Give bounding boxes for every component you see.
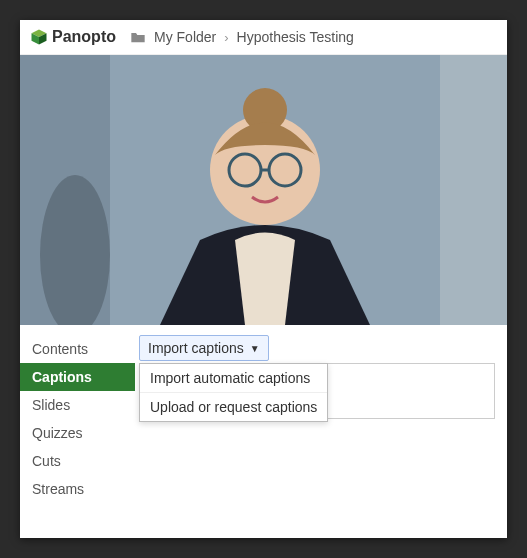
chevron-right-icon: › (224, 30, 228, 45)
video-preview[interactable] (20, 55, 507, 325)
video-frame-placeholder (20, 55, 507, 325)
sidebar-item-contents[interactable]: Contents (20, 335, 135, 363)
breadcrumb: My Folder › Hypothesis Testing (130, 29, 354, 45)
breadcrumb-folder[interactable]: My Folder (154, 29, 216, 45)
sidebar-item-label: Cuts (32, 453, 61, 469)
folder-icon (130, 30, 146, 44)
menu-item-import-automatic[interactable]: Import automatic captions (140, 364, 327, 393)
svg-rect-5 (440, 55, 507, 325)
breadcrumb-page[interactable]: Hypothesis Testing (237, 29, 354, 45)
sidebar-item-cuts[interactable]: Cuts (20, 447, 135, 475)
panopto-logo-icon (30, 28, 48, 46)
caption-text-area[interactable] (320, 363, 495, 419)
sidebar-item-label: Contents (32, 341, 88, 357)
app-window: Panopto My Folder › Hypothesis Testing (20, 20, 507, 538)
sidebar-item-label: Captions (32, 369, 92, 385)
import-captions-menu: Import automatic captions Upload or requ… (139, 363, 328, 422)
caret-down-icon: ▼ (250, 343, 260, 354)
menu-item-label: Upload or request captions (150, 399, 317, 415)
dropdown-label: Import captions (148, 340, 244, 356)
import-captions-dropdown[interactable]: Import captions ▼ (139, 335, 269, 361)
header-bar: Panopto My Folder › Hypothesis Testing (20, 20, 507, 55)
sidebar-item-label: Streams (32, 481, 84, 497)
sidebar-item-quizzes[interactable]: Quizzes (20, 419, 135, 447)
brand-name: Panopto (52, 28, 116, 46)
editor-lower-panel: Contents Captions Slides Quizzes Cuts St… (20, 325, 507, 513)
menu-item-label: Import automatic captions (150, 370, 310, 386)
sidebar-item-streams[interactable]: Streams (20, 475, 135, 503)
sidebar-item-label: Slides (32, 397, 70, 413)
sidebar-tabs: Contents Captions Slides Quizzes Cuts St… (20, 325, 135, 513)
sidebar-item-label: Quizzes (32, 425, 83, 441)
captions-panel: Import captions ▼ Import automatic capti… (135, 325, 507, 513)
menu-item-upload-or-request[interactable]: Upload or request captions (140, 393, 327, 421)
sidebar-item-slides[interactable]: Slides (20, 391, 135, 419)
sidebar-item-captions[interactable]: Captions (20, 363, 135, 391)
brand-logo[interactable]: Panopto (30, 28, 116, 46)
